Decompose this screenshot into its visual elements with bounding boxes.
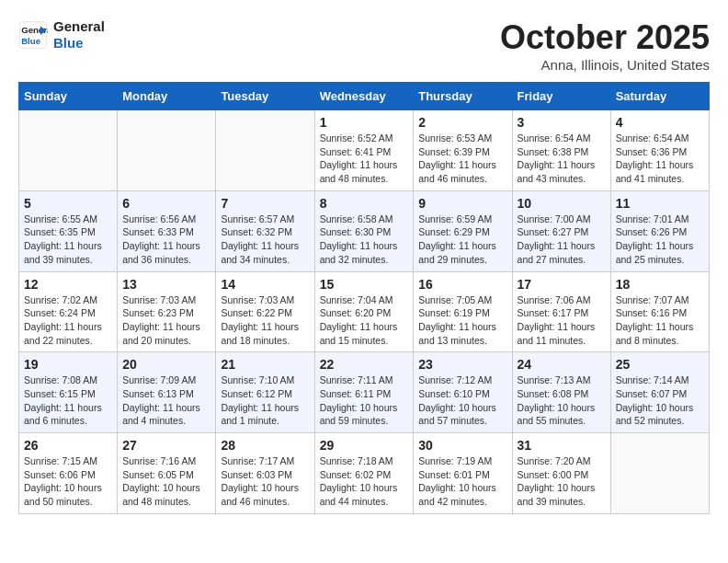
calendar-cell: 7Sunrise: 6:57 AM Sunset: 6:32 PM Daylig… (216, 190, 314, 271)
day-number: 11 (616, 196, 704, 211)
title-block: October 2025 Anna, Illinois, United Stat… (500, 18, 710, 73)
calendar-cell: 24Sunrise: 7:13 AM Sunset: 6:08 PM Dayli… (512, 352, 610, 433)
day-number: 21 (221, 357, 309, 372)
day-number: 2 (418, 115, 506, 130)
day-number: 19 (24, 357, 112, 372)
calendar-cell: 23Sunrise: 7:12 AM Sunset: 6:10 PM Dayli… (414, 352, 512, 433)
day-info: Sunrise: 7:15 AM Sunset: 6:06 PM Dayligh… (24, 454, 112, 509)
day-info: Sunrise: 6:55 AM Sunset: 6:35 PM Dayligh… (24, 213, 112, 267)
day-number: 3 (518, 115, 606, 130)
calendar-cell: 13Sunrise: 7:03 AM Sunset: 6:23 PM Dayli… (118, 271, 216, 352)
day-number: 5 (24, 196, 112, 211)
day-info: Sunrise: 7:20 AM Sunset: 6:00 PM Dayligh… (518, 454, 606, 509)
day-number: 9 (418, 196, 506, 211)
day-info: Sunrise: 7:00 AM Sunset: 6:27 PM Dayligh… (518, 213, 606, 267)
day-number: 25 (616, 357, 704, 372)
day-number: 20 (122, 357, 210, 372)
calendar-cell: 28Sunrise: 7:17 AM Sunset: 6:03 PM Dayli… (216, 433, 314, 514)
month-title: October 2025 (500, 18, 710, 57)
day-info: Sunrise: 7:12 AM Sunset: 6:10 PM Dayligh… (418, 373, 506, 428)
day-info: Sunrise: 7:11 AM Sunset: 6:11 PM Dayligh… (320, 373, 409, 428)
day-info: Sunrise: 7:10 AM Sunset: 6:12 PM Dayligh… (221, 373, 309, 428)
day-info: Sunrise: 7:09 AM Sunset: 6:13 PM Dayligh… (122, 373, 210, 428)
day-number: 10 (518, 196, 606, 211)
day-number: 27 (122, 438, 210, 453)
day-number: 18 (616, 277, 704, 292)
day-number: 23 (418, 357, 506, 372)
calendar-cell: 18Sunrise: 7:07 AM Sunset: 6:16 PM Dayli… (610, 271, 709, 352)
day-info: Sunrise: 7:02 AM Sunset: 6:24 PM Dayligh… (24, 293, 112, 348)
day-info: Sunrise: 7:05 AM Sunset: 6:19 PM Dayligh… (418, 293, 506, 348)
day-info: Sunrise: 6:53 AM Sunset: 6:39 PM Dayligh… (418, 132, 506, 186)
calendar-cell: 22Sunrise: 7:11 AM Sunset: 6:11 PM Dayli… (314, 352, 414, 433)
day-info: Sunrise: 7:03 AM Sunset: 6:23 PM Dayligh… (122, 293, 210, 348)
calendar-cell (19, 110, 118, 191)
logo-general: General (53, 18, 105, 35)
day-number: 30 (418, 438, 506, 453)
day-info: Sunrise: 7:17 AM Sunset: 6:03 PM Dayligh… (221, 454, 309, 509)
page-header: General Blue General Blue October 2025 A… (18, 18, 710, 73)
calendar-cell: 29Sunrise: 7:18 AM Sunset: 6:02 PM Dayli… (314, 433, 414, 514)
day-number: 28 (221, 438, 309, 453)
day-number: 14 (221, 277, 309, 292)
day-info: Sunrise: 7:08 AM Sunset: 6:15 PM Dayligh… (24, 373, 112, 428)
day-info: Sunrise: 7:03 AM Sunset: 6:22 PM Dayligh… (221, 293, 309, 348)
logo-blue: Blue (53, 35, 105, 52)
calendar-cell: 19Sunrise: 7:08 AM Sunset: 6:15 PM Dayli… (19, 352, 118, 433)
calendar-cell: 10Sunrise: 7:00 AM Sunset: 6:27 PM Dayli… (512, 190, 610, 271)
calendar-cell: 26Sunrise: 7:15 AM Sunset: 6:06 PM Dayli… (19, 433, 118, 514)
calendar-cell: 27Sunrise: 7:16 AM Sunset: 6:05 PM Dayli… (118, 433, 216, 514)
calendar-cell: 8Sunrise: 6:58 AM Sunset: 6:30 PM Daylig… (314, 190, 414, 271)
col-header-tuesday: Tuesday (216, 83, 314, 110)
day-number: 7 (221, 196, 309, 211)
day-number: 13 (122, 277, 210, 292)
day-info: Sunrise: 6:57 AM Sunset: 6:32 PM Dayligh… (221, 213, 309, 267)
day-number: 24 (518, 357, 606, 372)
calendar-cell: 5Sunrise: 6:55 AM Sunset: 6:35 PM Daylig… (19, 190, 118, 271)
col-header-friday: Friday (512, 83, 610, 110)
calendar-cell: 4Sunrise: 6:54 AM Sunset: 6:36 PM Daylig… (610, 110, 709, 191)
col-header-wednesday: Wednesday (314, 83, 414, 110)
day-number: 6 (122, 196, 210, 211)
day-number: 17 (518, 277, 606, 292)
day-info: Sunrise: 6:54 AM Sunset: 6:36 PM Dayligh… (616, 132, 704, 186)
calendar-cell: 9Sunrise: 6:59 AM Sunset: 6:29 PM Daylig… (414, 190, 512, 271)
calendar-cell: 31Sunrise: 7:20 AM Sunset: 6:00 PM Dayli… (512, 433, 610, 514)
calendar-cell: 11Sunrise: 7:01 AM Sunset: 6:26 PM Dayli… (610, 190, 709, 271)
svg-text:Blue: Blue (21, 36, 40, 46)
logo: General Blue General Blue (18, 18, 105, 52)
col-header-saturday: Saturday (610, 83, 709, 110)
day-number: 16 (418, 277, 506, 292)
day-info: Sunrise: 7:18 AM Sunset: 6:02 PM Dayligh… (320, 454, 409, 509)
calendar-cell: 21Sunrise: 7:10 AM Sunset: 6:12 PM Dayli… (216, 352, 314, 433)
col-header-sunday: Sunday (19, 83, 118, 110)
day-info: Sunrise: 7:13 AM Sunset: 6:08 PM Dayligh… (518, 373, 606, 428)
day-number: 22 (320, 357, 409, 372)
calendar-cell: 6Sunrise: 6:56 AM Sunset: 6:33 PM Daylig… (118, 190, 216, 271)
location: Anna, Illinois, United States (500, 57, 710, 73)
calendar-cell: 15Sunrise: 7:04 AM Sunset: 6:20 PM Dayli… (314, 271, 414, 352)
calendar-cell: 14Sunrise: 7:03 AM Sunset: 6:22 PM Dayli… (216, 271, 314, 352)
day-info: Sunrise: 6:56 AM Sunset: 6:33 PM Dayligh… (122, 213, 210, 267)
day-number: 8 (320, 196, 409, 211)
day-number: 15 (320, 277, 409, 292)
calendar-cell: 25Sunrise: 7:14 AM Sunset: 6:07 PM Dayli… (610, 352, 709, 433)
calendar-cell (118, 110, 216, 191)
day-info: Sunrise: 7:19 AM Sunset: 6:01 PM Dayligh… (418, 454, 506, 509)
day-info: Sunrise: 7:14 AM Sunset: 6:07 PM Dayligh… (616, 373, 704, 428)
calendar-cell (216, 110, 314, 191)
day-info: Sunrise: 6:52 AM Sunset: 6:41 PM Dayligh… (320, 132, 409, 186)
day-number: 12 (24, 277, 112, 292)
calendar: SundayMondayTuesdayWednesdayThursdayFrid… (18, 82, 710, 514)
col-header-thursday: Thursday (414, 83, 512, 110)
calendar-cell: 2Sunrise: 6:53 AM Sunset: 6:39 PM Daylig… (414, 110, 512, 191)
day-info: Sunrise: 7:07 AM Sunset: 6:16 PM Dayligh… (616, 293, 704, 348)
day-number: 1 (320, 115, 409, 130)
calendar-cell: 30Sunrise: 7:19 AM Sunset: 6:01 PM Dayli… (414, 433, 512, 514)
calendar-cell (610, 433, 709, 514)
day-number: 26 (24, 438, 112, 453)
day-number: 29 (320, 438, 409, 453)
calendar-cell: 17Sunrise: 7:06 AM Sunset: 6:17 PM Dayli… (512, 271, 610, 352)
day-info: Sunrise: 7:01 AM Sunset: 6:26 PM Dayligh… (616, 213, 704, 267)
day-info: Sunrise: 7:04 AM Sunset: 6:20 PM Dayligh… (320, 293, 409, 348)
